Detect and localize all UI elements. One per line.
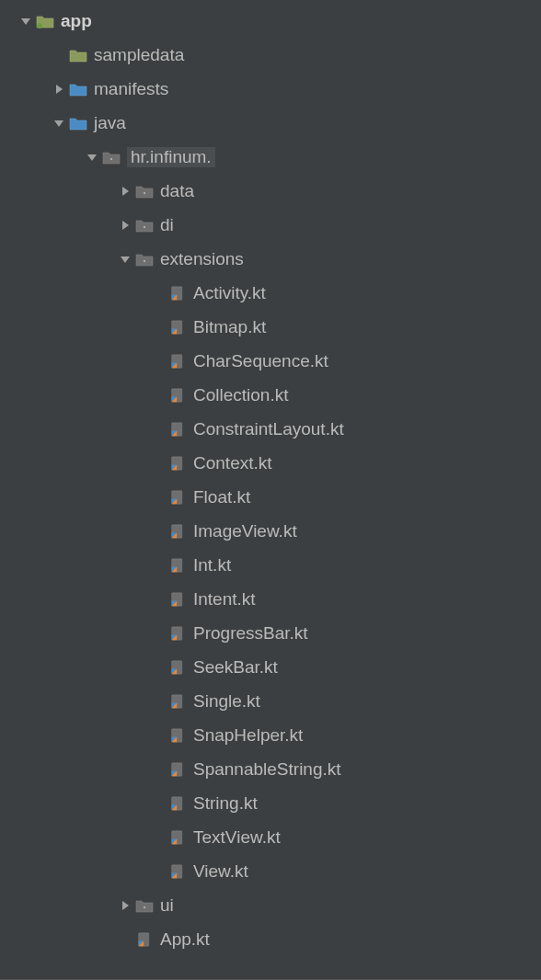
tree-label: Single.kt: [193, 691, 260, 712]
kt-file-icon: [167, 691, 188, 712]
tree-label: SnapHelper.kt: [193, 725, 303, 746]
tree-label: Activity.kt: [193, 283, 266, 303]
tree-label: java: [94, 113, 126, 133]
tree-row[interactable]: Float.kt: [0, 480, 541, 514]
kt-file-icon: [167, 453, 188, 473]
tree-label: hr.infinum.: [127, 147, 215, 167]
res-folder-icon: [68, 45, 88, 65]
tree-label: ui: [160, 895, 174, 916]
kt-file-icon: [167, 657, 188, 678]
tree-label: ProgressBar.kt: [193, 623, 308, 644]
chevron-right-icon[interactable]: [50, 84, 68, 95]
tree-row[interactable]: SnapHelper.kt: [0, 718, 541, 752]
package-folder-icon: [134, 249, 155, 269]
tree-label: Bitmap.kt: [193, 317, 266, 337]
tree-row[interactable]: java: [0, 106, 541, 140]
kt-file-icon: [167, 861, 188, 882]
tree-row[interactable]: CharSequence.kt: [0, 344, 541, 378]
tree-row[interactable]: Bitmap.kt: [0, 310, 541, 344]
chevron-down-icon[interactable]: [17, 16, 35, 27]
tree-row[interactable]: extensions: [0, 242, 541, 276]
tree-label: Int.kt: [193, 555, 231, 575]
kt-file-icon: [167, 385, 188, 405]
chevron-down-icon[interactable]: [116, 254, 134, 265]
tree-row[interactable]: ConstraintLayout.kt: [0, 412, 541, 446]
chevron-right-icon[interactable]: [116, 220, 134, 231]
tree-row[interactable]: hr.infinum.: [0, 140, 541, 174]
tree-label: Intent.kt: [193, 589, 256, 610]
tree-label: Context.kt: [193, 453, 272, 473]
tree-row[interactable]: String.kt: [0, 786, 541, 820]
module-folder-icon: [35, 11, 55, 31]
kt-file-icon: [167, 827, 188, 848]
tree-label: extensions: [160, 249, 244, 269]
tree-label: TextView.kt: [193, 827, 281, 848]
tree-row[interactable]: SpannableString.kt: [0, 752, 541, 786]
kt-file-icon: [167, 351, 188, 371]
tree-label: SeekBar.kt: [193, 657, 278, 678]
package-folder-icon: [134, 181, 155, 201]
tree-row[interactable]: ui: [0, 888, 541, 922]
tree-row[interactable]: Activity.kt: [0, 276, 541, 310]
tree-label: String.kt: [193, 793, 258, 814]
tree-label: ImageView.kt: [193, 521, 297, 541]
tree-row[interactable]: Context.kt: [0, 446, 541, 480]
kt-file-icon: [134, 929, 155, 950]
tree-row[interactable]: Int.kt: [0, 548, 541, 582]
source-folder-icon: [68, 113, 88, 133]
tree-row[interactable]: data: [0, 174, 541, 208]
tree-label: ConstraintLayout.kt: [193, 419, 344, 439]
tree-label: CharSequence.kt: [193, 351, 328, 371]
tree-label: manifests: [94, 79, 168, 99]
tree-row[interactable]: ProgressBar.kt: [0, 616, 541, 650]
tree-label: di: [160, 215, 174, 235]
kt-file-icon: [167, 487, 188, 507]
tree-row[interactable]: manifests: [0, 72, 541, 106]
tree-row[interactable]: TextView.kt: [0, 820, 541, 854]
tree-row[interactable]: SeekBar.kt: [0, 650, 541, 684]
chevron-down-icon[interactable]: [50, 118, 68, 129]
tree-label: Float.kt: [193, 487, 250, 507]
tree-label: View.kt: [193, 861, 248, 882]
tree-row[interactable]: di: [0, 208, 541, 242]
tree-row[interactable]: View.kt: [0, 854, 541, 888]
kt-file-icon: [167, 793, 188, 814]
package-folder-icon: [134, 215, 155, 235]
tree-row[interactable]: Intent.kt: [0, 582, 541, 616]
kt-file-icon: [167, 283, 188, 303]
tree-label: sampledata: [94, 45, 184, 65]
chevron-right-icon[interactable]: [116, 900, 134, 911]
package-folder-icon: [134, 895, 155, 916]
chevron-right-icon[interactable]: [116, 186, 134, 197]
tree-row[interactable]: App.kt: [0, 922, 541, 956]
tree-row[interactable]: Collection.kt: [0, 378, 541, 412]
tree-row[interactable]: sampledata: [0, 38, 541, 72]
tree-row[interactable]: ImageView.kt: [0, 514, 541, 548]
package-folder-icon: [101, 147, 121, 167]
tree-label: Collection.kt: [193, 385, 289, 405]
kt-file-icon: [167, 623, 188, 644]
chevron-down-icon[interactable]: [83, 152, 101, 163]
tree-row[interactable]: Single.kt: [0, 684, 541, 718]
kt-file-icon: [167, 419, 188, 439]
tree-row[interactable]: app: [0, 4, 541, 38]
kt-file-icon: [167, 317, 188, 337]
tree-label: SpannableString.kt: [193, 759, 341, 780]
tree-label: App.kt: [160, 929, 210, 950]
kt-file-icon: [167, 725, 188, 746]
kt-file-icon: [167, 759, 188, 780]
tree-label: app: [61, 11, 92, 31]
tree-label: data: [160, 181, 194, 201]
kt-file-icon: [167, 521, 188, 541]
source-folder-icon: [68, 79, 88, 99]
kt-file-icon: [167, 555, 188, 575]
kt-file-icon: [167, 589, 188, 610]
